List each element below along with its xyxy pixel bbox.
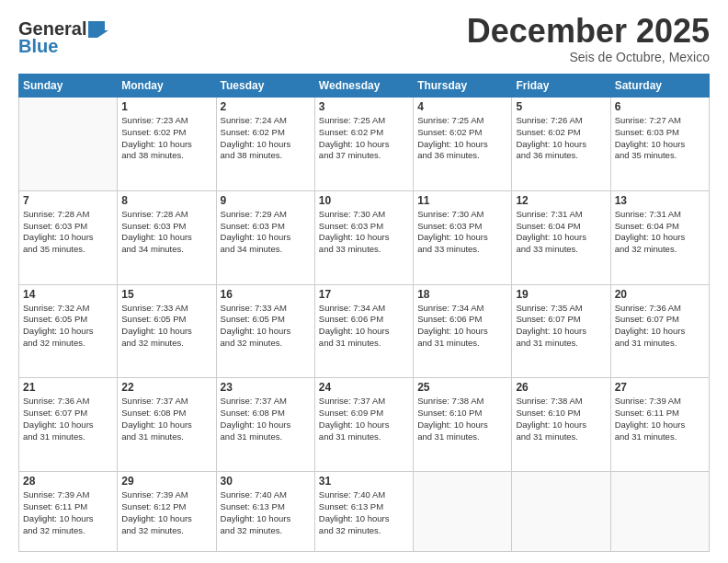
table-row: 23Sunrise: 7:37 AMSunset: 6:08 PMDayligh… [216,378,314,472]
day-number: 19 [516,288,606,301]
month-year: December 2025 [467,15,710,48]
table-row: 11Sunrise: 7:30 AMSunset: 6:03 PMDayligh… [414,190,512,284]
title-block: December 2025 Seis de Octubre, Mexico [467,15,710,64]
table-row: 19Sunrise: 7:35 AMSunset: 6:07 PMDayligh… [512,284,610,378]
table-row: 29Sunrise: 7:39 AMSunset: 6:12 PMDayligh… [118,472,216,552]
logo-blue: Blue [18,36,58,57]
table-row: 3Sunrise: 7:25 AMSunset: 6:02 PMDaylight… [314,98,413,191]
table-row [512,472,610,552]
day-number: 26 [516,381,606,394]
table-row: 16Sunrise: 7:33 AMSunset: 6:05 PMDayligh… [216,284,314,378]
day-info: Sunrise: 7:26 AMSunset: 6:02 PMDaylight:… [516,115,606,162]
table-row: 15Sunrise: 7:33 AMSunset: 6:05 PMDayligh… [118,284,216,378]
table-row: 9Sunrise: 7:29 AMSunset: 6:03 PMDaylight… [216,190,314,284]
day-info: Sunrise: 7:28 AMSunset: 6:03 PMDaylight:… [121,209,211,256]
day-info: Sunrise: 7:28 AMSunset: 6:03 PMDaylight:… [23,209,113,256]
table-row: 8Sunrise: 7:28 AMSunset: 6:03 PMDaylight… [118,190,216,284]
day-number: 27 [615,381,705,394]
day-number: 5 [516,100,606,113]
col-sunday: Sunday [19,75,118,98]
table-row: 22Sunrise: 7:37 AMSunset: 6:08 PMDayligh… [118,378,216,472]
day-number: 15 [121,288,211,301]
day-info: Sunrise: 7:36 AMSunset: 6:07 PMDaylight:… [23,396,113,442]
day-number: 2 [221,100,311,113]
table-row: 30Sunrise: 7:40 AMSunset: 6:13 PMDayligh… [216,472,314,552]
col-friday: Friday [512,75,610,98]
day-info: Sunrise: 7:39 AMSunset: 6:11 PMDaylight:… [615,396,705,442]
table-row: 17Sunrise: 7:34 AMSunset: 6:06 PMDayligh… [314,284,413,378]
day-number: 3 [319,100,409,113]
day-number: 30 [221,475,311,488]
day-number: 12 [516,194,606,207]
day-info: Sunrise: 7:31 AMSunset: 6:04 PMDaylight:… [615,209,705,256]
day-info: Sunrise: 7:30 AMSunset: 6:03 PMDaylight:… [417,209,507,256]
day-info: Sunrise: 7:23 AMSunset: 6:02 PMDaylight:… [121,115,211,162]
day-info: Sunrise: 7:34 AMSunset: 6:06 PMDaylight:… [319,303,409,350]
page: General Blue December 2025 Seis de Octub… [0,0,728,563]
table-row [610,472,709,552]
day-number: 16 [221,288,311,301]
day-number: 23 [221,381,311,394]
day-info: Sunrise: 7:31 AMSunset: 6:04 PMDaylight:… [516,209,606,256]
day-info: Sunrise: 7:33 AMSunset: 6:05 PMDaylight:… [221,303,311,350]
table-row: 27Sunrise: 7:39 AMSunset: 6:11 PMDayligh… [610,378,709,472]
day-info: Sunrise: 7:39 AMSunset: 6:11 PMDaylight:… [23,489,113,536]
table-row: 20Sunrise: 7:36 AMSunset: 6:07 PMDayligh… [610,284,709,378]
logo-icon [88,21,108,38]
calendar-table: Sunday Monday Tuesday Wednesday Thursday… [18,74,710,552]
col-monday: Monday [118,75,216,98]
day-number: 29 [121,475,211,488]
day-info: Sunrise: 7:25 AMSunset: 6:02 PMDaylight:… [417,115,507,162]
col-saturday: Saturday [610,75,709,98]
table-row: 4Sunrise: 7:25 AMSunset: 6:02 PMDaylight… [414,98,512,191]
day-number: 21 [23,381,113,394]
svg-marker-0 [88,21,108,38]
table-row: 1Sunrise: 7:23 AMSunset: 6:02 PMDaylight… [118,98,216,191]
day-info: Sunrise: 7:37 AMSunset: 6:08 PMDaylight:… [221,396,311,442]
table-row: 18Sunrise: 7:34 AMSunset: 6:06 PMDayligh… [414,284,512,378]
calendar-header-row: Sunday Monday Tuesday Wednesday Thursday… [19,75,710,98]
table-row [19,98,118,191]
day-info: Sunrise: 7:25 AMSunset: 6:02 PMDaylight:… [319,115,409,162]
day-info: Sunrise: 7:38 AMSunset: 6:10 PMDaylight:… [516,396,606,442]
day-info: Sunrise: 7:38 AMSunset: 6:10 PMDaylight:… [417,396,507,442]
day-number: 6 [615,100,705,113]
day-number: 17 [319,288,409,301]
day-number: 9 [221,194,311,207]
table-row: 28Sunrise: 7:39 AMSunset: 6:11 PMDayligh… [19,472,118,552]
day-info: Sunrise: 7:37 AMSunset: 6:09 PMDaylight:… [319,396,409,442]
day-number: 4 [417,100,507,113]
location: Seis de Octubre, Mexico [467,50,710,64]
table-row: 10Sunrise: 7:30 AMSunset: 6:03 PMDayligh… [314,190,413,284]
table-row: 24Sunrise: 7:37 AMSunset: 6:09 PMDayligh… [314,378,413,472]
table-row: 6Sunrise: 7:27 AMSunset: 6:03 PMDaylight… [610,98,709,191]
day-info: Sunrise: 7:40 AMSunset: 6:13 PMDaylight:… [319,489,409,536]
day-info: Sunrise: 7:30 AMSunset: 6:03 PMDaylight:… [319,209,409,256]
day-number: 18 [417,288,507,301]
day-number: 14 [23,288,113,301]
day-number: 28 [23,475,113,488]
day-info: Sunrise: 7:35 AMSunset: 6:07 PMDaylight:… [516,303,606,350]
table-row [414,472,512,552]
table-row: 26Sunrise: 7:38 AMSunset: 6:10 PMDayligh… [512,378,610,472]
day-number: 24 [319,381,409,394]
table-row: 12Sunrise: 7:31 AMSunset: 6:04 PMDayligh… [512,190,610,284]
table-row: 2Sunrise: 7:24 AMSunset: 6:02 PMDaylight… [216,98,314,191]
day-info: Sunrise: 7:29 AMSunset: 6:03 PMDaylight:… [221,209,311,256]
table-row: 7Sunrise: 7:28 AMSunset: 6:03 PMDaylight… [19,190,118,284]
day-number: 10 [319,194,409,207]
logo: General Blue [18,18,108,57]
table-row: 25Sunrise: 7:38 AMSunset: 6:10 PMDayligh… [414,378,512,472]
col-tuesday: Tuesday [216,75,314,98]
day-info: Sunrise: 7:37 AMSunset: 6:08 PMDaylight:… [121,396,211,442]
day-number: 8 [121,194,211,207]
table-row: 31Sunrise: 7:40 AMSunset: 6:13 PMDayligh… [314,472,413,552]
day-info: Sunrise: 7:32 AMSunset: 6:05 PMDaylight:… [23,303,113,350]
col-wednesday: Wednesday [314,75,413,98]
day-info: Sunrise: 7:39 AMSunset: 6:12 PMDaylight:… [121,489,211,536]
table-row: 21Sunrise: 7:36 AMSunset: 6:07 PMDayligh… [19,378,118,472]
day-number: 11 [417,194,507,207]
day-info: Sunrise: 7:33 AMSunset: 6:05 PMDaylight:… [121,303,211,350]
table-row: 13Sunrise: 7:31 AMSunset: 6:04 PMDayligh… [610,190,709,284]
day-number: 13 [615,194,705,207]
